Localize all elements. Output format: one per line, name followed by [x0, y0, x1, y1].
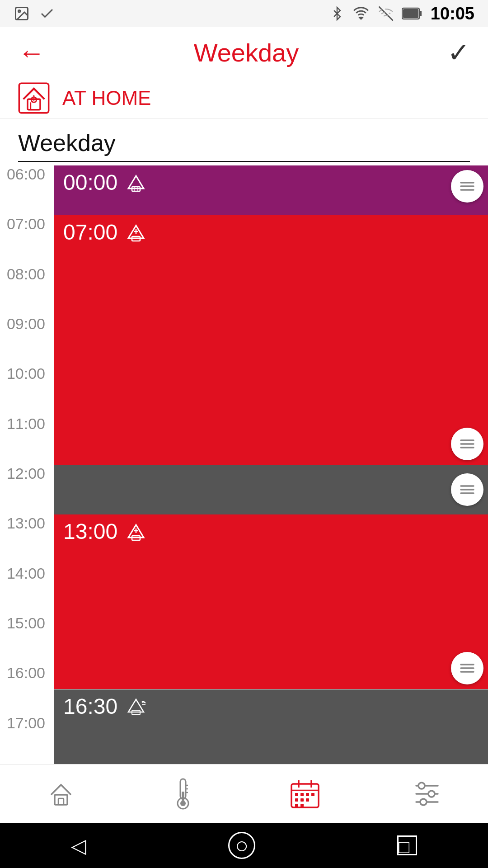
schedule-title: Weekday: [18, 129, 470, 162]
status-icons-left: [14, 5, 55, 22]
svg-rect-40: [306, 793, 309, 796]
notification-icon: [39, 5, 55, 22]
svg-rect-46: [300, 804, 304, 807]
android-recent-button[interactable]: □: [397, 835, 417, 855]
block-afternoon-time: 13:00: [63, 519, 117, 544]
active-home-icon: [125, 221, 147, 244]
drag-handle-afternoon[interactable]: [451, 652, 483, 684]
svg-point-30: [180, 801, 186, 806]
nav-home[interactable]: [0, 764, 122, 823]
schedule-title-row: Weekday: [0, 118, 488, 165]
svg-rect-44: [306, 798, 309, 802]
nav-home-icon: [47, 779, 75, 808]
nav-calendar[interactable]: [244, 764, 366, 823]
status-bar: 10:05: [0, 0, 488, 27]
signal-icon: [378, 5, 394, 22]
status-icons-right: 10:05: [330, 4, 474, 24]
svg-point-1: [19, 10, 21, 13]
svg-rect-4: [419, 11, 422, 16]
block-evening[interactable]: 16:30: [54, 689, 488, 764]
section-header-label: AT HOME: [62, 87, 151, 109]
svg-rect-43: [300, 798, 304, 802]
confirm-button[interactable]: ✓: [447, 37, 470, 68]
nav-sliders-icon: [412, 778, 442, 809]
wifi-icon: [352, 5, 370, 22]
block-evening-time: 16:30: [63, 694, 117, 719]
away-home-icon: [125, 695, 147, 717]
android-back-button[interactable]: ◁: [71, 834, 86, 857]
svg-rect-29: [182, 792, 184, 801]
section-header: AT HOME: [0, 78, 488, 118]
afternoon-home-icon: [125, 520, 147, 543]
battery-icon: [402, 6, 422, 21]
page-title: Weekday: [194, 38, 299, 67]
svg-rect-45: [295, 804, 298, 807]
nav-thermometer[interactable]: [122, 764, 244, 823]
app-bar: ← Weekday ✓: [0, 27, 488, 78]
svg-rect-42: [295, 798, 298, 802]
svg-rect-26: [58, 798, 64, 805]
night-home-icon: [125, 171, 147, 194]
block-midnight[interactable]: 00:00: [54, 165, 488, 215]
image-icon: [14, 5, 30, 22]
android-home-button[interactable]: ○: [228, 832, 255, 859]
svg-point-51: [428, 791, 435, 797]
android-nav-bar: ◁ ○ □: [0, 823, 488, 868]
svg-point-52: [420, 799, 427, 805]
svg-rect-41: [311, 793, 314, 796]
at-home-icon: [18, 82, 50, 114]
drag-handle-morning[interactable]: [451, 428, 483, 460]
svg-rect-38: [295, 793, 298, 796]
block-noon[interactable]: [54, 465, 488, 514]
back-button[interactable]: ←: [18, 37, 45, 68]
bottom-nav: [0, 764, 488, 823]
drag-handle-midnight[interactable]: [451, 170, 483, 203]
drag-handle-noon[interactable]: [451, 473, 483, 506]
svg-rect-39: [300, 793, 304, 796]
status-time: 10:05: [431, 4, 474, 24]
schedule-area[interactable]: 06:00 07:00 08:00 09:00 10:00 11:00 12:0…: [0, 165, 488, 764]
nav-calendar-icon: [290, 778, 320, 809]
block-midnight-time: 00:00: [63, 170, 117, 195]
svg-point-50: [418, 783, 425, 789]
block-morning-time: 07:00: [63, 220, 117, 245]
nav-settings[interactable]: [366, 764, 488, 823]
bluetooth-icon: [330, 5, 344, 22]
nav-thermometer-icon: [171, 777, 195, 811]
block-morning[interactable]: 07:00: [54, 215, 488, 465]
svg-rect-25: [55, 795, 67, 805]
block-afternoon[interactable]: 13:00: [54, 514, 488, 689]
svg-rect-5: [403, 9, 418, 18]
